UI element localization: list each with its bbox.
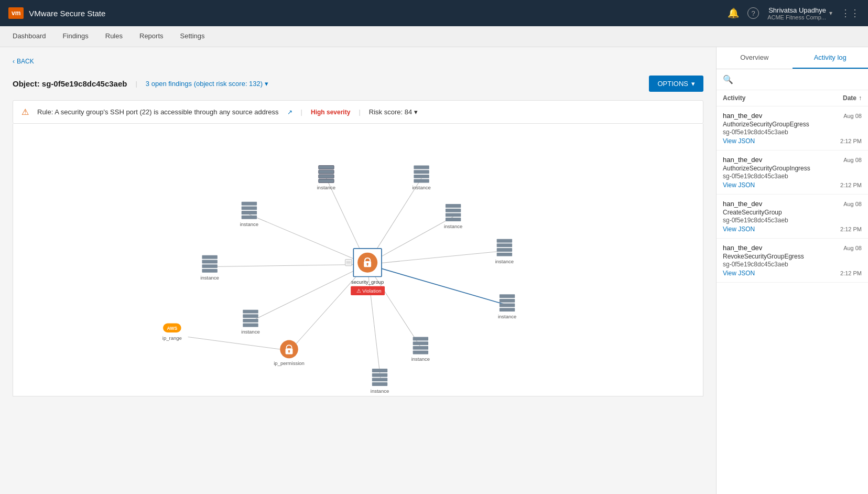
svg-rect-34 <box>202 260 217 264</box>
nav-settings[interactable]: Settings <box>180 27 205 46</box>
activity-item-1: han_the_dev Aug 08 AuthorizeSecurityGrou… <box>717 151 868 195</box>
search-icon[interactable]: 🔍 <box>723 75 733 84</box>
bell-icon[interactable]: 🔔 <box>728 7 739 19</box>
svg-line-6 <box>252 264 367 321</box>
svg-rect-54 <box>413 341 428 345</box>
svg-rect-21 <box>414 179 429 183</box>
svg-line-4 <box>211 264 367 266</box>
tab-overview[interactable]: Overview <box>717 47 793 69</box>
risk-score-text: Risk score: 84 <box>369 108 412 116</box>
findings-link[interactable]: 3 open findings (object risk score: 132)… <box>146 80 268 88</box>
options-button[interactable]: OPTIONS ▾ <box>649 76 703 92</box>
date-label: Date <box>843 94 856 102</box>
node-instance-7[interactable]: instance <box>241 310 259 335</box>
svg-rect-58 <box>372 369 387 372</box>
top-navigation: vm VMware Secure State 🔔 ? Shrivatsa Upa… <box>0 0 868 26</box>
activity-json-1[interactable]: View JSON <box>723 181 755 189</box>
node-instance-8[interactable]: instance <box>498 294 516 319</box>
activity-json-2[interactable]: View JSON <box>723 225 755 233</box>
node-instance-6[interactable]: instance <box>495 239 514 264</box>
findings-text: 3 open findings (object risk score: 132) <box>146 80 263 88</box>
activity-json-3[interactable]: View JSON <box>723 270 755 277</box>
help-icon[interactable]: ? <box>747 7 759 19</box>
svg-rect-53 <box>413 337 428 341</box>
activity-json-0[interactable]: View JSON <box>723 137 755 145</box>
user-area[interactable]: Shrivatsa Upadhye ACME Fitness Comp... ▾ <box>767 6 832 20</box>
svg-rect-59 <box>372 373 387 377</box>
vm-logo: vm <box>8 7 24 19</box>
activity-column-headers: Activity Date ↑ <box>717 90 868 106</box>
divider2: | <box>359 108 360 116</box>
activity-action-1: AuthorizeSecurityGroupIngress <box>723 165 862 172</box>
grid-icon[interactable]: ⋮⋮ <box>841 7 860 19</box>
external-link-icon[interactable]: ↗ <box>287 109 292 116</box>
activity-date-2: Aug 08 <box>843 201 862 207</box>
node-aws-ip-range[interactable]: AWS ip_range <box>162 324 182 341</box>
svg-rect-36 <box>202 269 217 273</box>
nav-rules[interactable]: Rules <box>105 27 123 46</box>
svg-rect-20 <box>414 175 429 178</box>
activity-resource-0: sg-0f5e19c8dc45c3aeb <box>723 128 862 136</box>
svg-text:instance: instance <box>317 185 335 190</box>
activity-time-2: 2:12 PM <box>840 226 862 232</box>
svg-text:instance: instance <box>444 223 462 229</box>
svg-rect-50 <box>500 304 515 307</box>
svg-rect-67 <box>367 264 368 265</box>
content-area: ‹ BACK Object: sg-0f5e19c8dc45c3aeb | 3 … <box>0 47 716 494</box>
node-ip-permission[interactable]: ip_permission <box>274 340 305 367</box>
activity-resource-1: sg-0f5e19c8dc45c3aeb <box>723 173 862 180</box>
node-instance-5[interactable]: instance <box>200 255 219 281</box>
svg-rect-43 <box>243 310 258 314</box>
user-info: Shrivatsa Upadhye ACME Fitness Comp... <box>767 6 826 20</box>
svg-rect-31 <box>446 218 461 221</box>
svg-rect-19 <box>414 170 429 174</box>
user-dropdown-icon[interactable]: ▾ <box>829 9 832 17</box>
svg-rect-51 <box>500 308 515 312</box>
svg-rect-30 <box>446 213 461 217</box>
svg-rect-16 <box>319 179 334 183</box>
tab-activity-log[interactable]: Activity log <box>793 47 869 69</box>
back-link[interactable]: ‹ BACK <box>13 58 703 65</box>
node-instance-9[interactable]: instance <box>411 337 430 362</box>
brand-area: vm VMware Secure State <box>8 7 105 19</box>
risk-score[interactable]: Risk score: 84 ▾ <box>369 108 418 116</box>
svg-rect-49 <box>500 299 515 303</box>
svg-text:⚠ Violation: ⚠ Violation <box>356 288 382 294</box>
search-area: 🔍 <box>717 69 868 90</box>
activity-action-0: AuthorizeSecurityGroupEgress <box>723 121 862 128</box>
activity-item-0: han_the_dev Aug 08 AuthorizeSecurityGrou… <box>717 106 868 151</box>
activity-list: han_the_dev Aug 08 AuthorizeSecurityGrou… <box>717 106 868 494</box>
violation-badge: ⚠ Violation <box>351 286 385 295</box>
activity-resource-2: sg-0f5e19c8dc45c3aeb <box>723 217 862 224</box>
nav-findings[interactable]: Findings <box>63 27 89 46</box>
activity-col-date[interactable]: Date ↑ <box>843 94 862 102</box>
activity-resource-3: sg-0f5e19c8dc45c3aeb <box>723 261 862 268</box>
svg-rect-33 <box>202 255 217 259</box>
node-instance-4[interactable]: instance <box>444 204 462 229</box>
svg-line-11 <box>188 337 290 351</box>
node-instance-3[interactable]: instance <box>240 202 258 227</box>
svg-text:AWS: AWS <box>167 326 178 331</box>
svg-rect-39 <box>497 243 512 247</box>
options-dropdown-icon: ▾ <box>691 80 695 88</box>
node-instance-1[interactable]: instance <box>315 165 338 191</box>
rule-text: Rule: A security group's SSH port (22) i… <box>37 108 279 116</box>
svg-rect-14 <box>319 170 334 174</box>
nav-dashboard[interactable]: Dashboard <box>13 27 46 46</box>
network-graph: instance instance instance <box>13 124 703 396</box>
activity-item-3: han_the_dev Aug 08 RevokeSecurityGroupEg… <box>717 239 868 283</box>
svg-text:instance: instance <box>495 259 514 264</box>
back-label[interactable]: BACK <box>17 58 34 65</box>
nav-reports[interactable]: Reports <box>139 27 164 46</box>
object-header: Object: sg-0f5e19c8dc45c3aeb | 3 open fi… <box>13 76 703 92</box>
date-sort-icon: ↑ <box>859 94 862 102</box>
activity-date-1: Aug 08 <box>843 157 862 163</box>
svg-text:instance: instance <box>371 388 389 394</box>
svg-text:instance: instance <box>411 356 430 362</box>
node-security-group[interactable]: security_group <box>345 249 384 285</box>
svg-rect-41 <box>497 253 512 256</box>
svg-rect-38 <box>497 239 512 243</box>
severity-badge: High severity <box>311 109 350 116</box>
rule-bar: ⚠ Rule: A security group's SSH port (22)… <box>13 100 703 124</box>
node-instance-2[interactable]: instance <box>412 166 430 191</box>
